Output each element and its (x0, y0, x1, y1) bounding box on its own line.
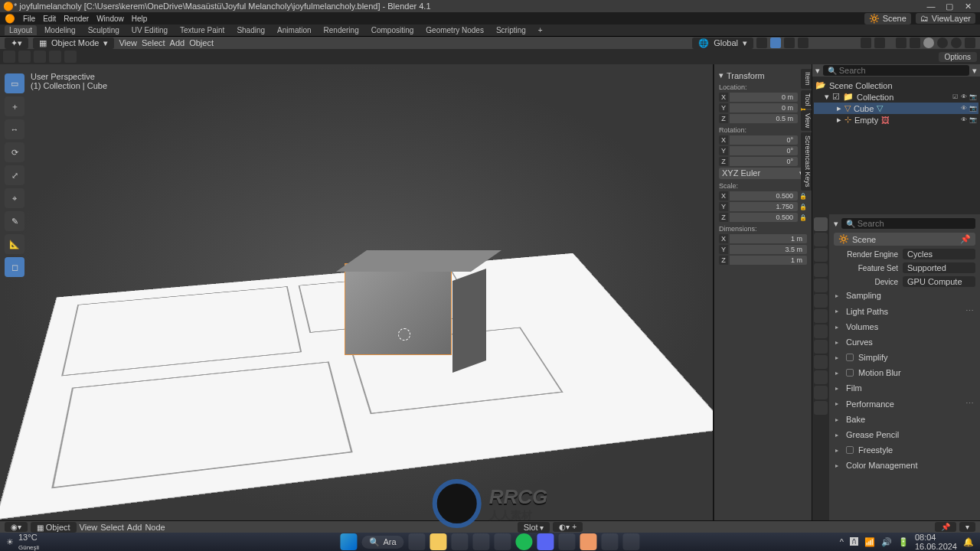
render-icon[interactable]: 📷 (969, 93, 977, 101)
tree-collection[interactable]: ▾☑📁 Collection ☑👁📷 (814, 91, 978, 103)
menu-window[interactable]: Window (96, 15, 124, 23)
taskbar-search[interactable]: 🔍Ara (361, 536, 403, 549)
node-object-selector[interactable]: ▦ Object (31, 522, 77, 533)
eye-icon[interactable]: 👁 (960, 116, 968, 124)
scene-selector[interactable]: 🔆Scene (864, 13, 911, 24)
location-x[interactable]: 0 m (730, 93, 798, 102)
outliner-filter[interactable]: ▾ (972, 66, 977, 76)
menu-add[interactable]: Add (170, 38, 185, 47)
snap-type-selector[interactable] (784, 37, 795, 48)
ptab-modifier[interactable] (814, 309, 828, 323)
tray-battery-icon[interactable]: 🔋 (898, 537, 909, 547)
select-mode-invert[interactable] (49, 51, 61, 63)
section-volumes[interactable]: ▸Volumes (834, 320, 975, 334)
taskbar-app[interactable] (473, 533, 490, 550)
checkbox-icon[interactable] (846, 354, 854, 361)
render-icon[interactable]: 📷 (969, 116, 977, 124)
tab-scripting[interactable]: Scripting (492, 25, 531, 35)
ptab-material[interactable] (814, 386, 828, 399)
tray-clock[interactable]: 08:0416.06.2024 (915, 533, 957, 551)
tab-compositing[interactable]: Compositing (367, 25, 419, 35)
menu-select[interactable]: Select (142, 38, 165, 47)
tab-geometry-nodes[interactable]: Geometry Nodes (421, 25, 488, 35)
xray-toggle[interactable] (896, 37, 906, 48)
pin-icon[interactable]: 📌 (960, 234, 971, 244)
maximize-button[interactable]: ▢ (940, 2, 959, 11)
tab-rendering[interactable]: Rendering (319, 25, 364, 35)
eye-icon[interactable]: 👁 (960, 105, 968, 112)
tool-select-box[interactable]: ▭ (5, 73, 24, 93)
menu-object[interactable]: Object (189, 38, 214, 47)
tab-add-workspace[interactable]: + (534, 25, 547, 35)
ntab-view[interactable]: View (801, 110, 812, 131)
menu-help[interactable]: Help (132, 15, 148, 23)
tool-transform[interactable]: ⌖ (5, 188, 24, 208)
checkbox-icon[interactable] (846, 446, 854, 454)
outliner-search[interactable]: 🔍 Search (823, 65, 969, 76)
taskbar-spotify[interactable] (516, 533, 533, 550)
node-pin[interactable]: 📌 (935, 522, 956, 532)
section-performance[interactable]: ▸Performance⋯ (834, 396, 975, 411)
select-mode-extend[interactable] (18, 51, 31, 63)
taskbar-explorer[interactable] (430, 533, 447, 550)
scene-datablock[interactable]: 🔆 Scene 📌 (834, 233, 975, 246)
tool-scale[interactable]: ⤢ (5, 165, 24, 185)
ptab-scene[interactable] (814, 263, 828, 277)
taskbar-app[interactable] (495, 533, 511, 550)
lock-icon[interactable]: 🔒 (799, 193, 807, 200)
tray-lang[interactable]: 🅰 (850, 537, 858, 546)
device-selector[interactable]: GPU Compute (903, 276, 975, 287)
node-editor-type[interactable]: ◉▾ (5, 522, 28, 532)
close-button[interactable]: ✕ (959, 2, 977, 11)
taskbar-discord[interactable] (537, 533, 554, 550)
menu-view[interactable]: View (119, 38, 137, 47)
ptab-output[interactable] (814, 233, 828, 246)
scale-z[interactable]: 0.500 (730, 213, 798, 222)
scale-x[interactable]: 0.500 (730, 191, 798, 201)
tray-notifications-icon[interactable]: 🔔 (963, 537, 974, 547)
start-button[interactable] (340, 533, 357, 550)
tool-move[interactable]: ↔ (5, 119, 24, 139)
section-freestyle[interactable]: ▸Freestyle (834, 443, 975, 457)
taskbar-app[interactable] (602, 533, 619, 550)
node-menu-node[interactable]: Node (145, 523, 165, 532)
menu-render[interactable]: Render (64, 15, 89, 23)
tool-rotate[interactable]: ⟳ (5, 142, 24, 162)
section-light-paths[interactable]: ▸Light Paths⋯ (834, 304, 975, 318)
dim-y[interactable]: 3.5 m (730, 245, 807, 254)
menu-file[interactable]: File (23, 15, 35, 23)
show-gizmo-toggle[interactable] (861, 37, 871, 48)
tab-shading[interactable]: Shading (232, 25, 270, 35)
ptab-particles[interactable] (814, 324, 828, 338)
location-z[interactable]: 0.5 m (730, 114, 798, 123)
section-simplify[interactable]: ▸Simplify (834, 350, 975, 364)
tree-scene-collection[interactable]: 📂 Scene Collection (814, 80, 978, 91)
ntab-tool[interactable]: Tool (801, 90, 812, 109)
tool-add-cube[interactable]: ◻ (5, 257, 24, 277)
rotation-y[interactable]: 0° (730, 146, 798, 155)
shading-wireframe[interactable] (910, 37, 920, 48)
mesh-cube[interactable] (345, 263, 452, 355)
orientation-selector[interactable]: 🌐Global▾ (692, 37, 753, 49)
props-editor-dropdown[interactable]: ▾ (834, 219, 838, 229)
snap-toggle[interactable] (770, 37, 781, 48)
ntab-item[interactable]: Item (801, 69, 812, 89)
node-menu-select[interactable]: Select (100, 523, 124, 532)
chevron-up-icon[interactable]: ^ (840, 537, 844, 546)
checkbox-icon[interactable]: ☑ (832, 92, 840, 102)
render-engine-selector[interactable]: Cycles (903, 249, 975, 259)
minimize-button[interactable]: — (922, 2, 940, 11)
ptab-texture[interactable] (814, 401, 828, 415)
viewlayer-selector[interactable]: 🗂ViewLayer (916, 13, 975, 24)
feature-set-selector[interactable]: Supported (903, 262, 975, 273)
tab-texture-paint[interactable]: Texture Paint (175, 25, 229, 35)
options-button[interactable]: Options (939, 52, 977, 62)
section-color-management[interactable]: ▸Color Management (834, 458, 975, 472)
menu-edit[interactable]: Edit (43, 15, 56, 23)
3d-viewport[interactable]: ▭ ＋ ↔ ⟳ ⤢ ⌖ ✎ 📐 ◻ User Perspective (1) C… (0, 64, 714, 520)
tab-animation[interactable]: Animation (273, 25, 315, 35)
ptab-render[interactable] (814, 217, 828, 231)
scale-y[interactable]: 1.750 (730, 202, 798, 211)
tab-modeling[interactable]: Modeling (40, 25, 80, 35)
tool-measure[interactable]: 📐 (5, 234, 24, 254)
